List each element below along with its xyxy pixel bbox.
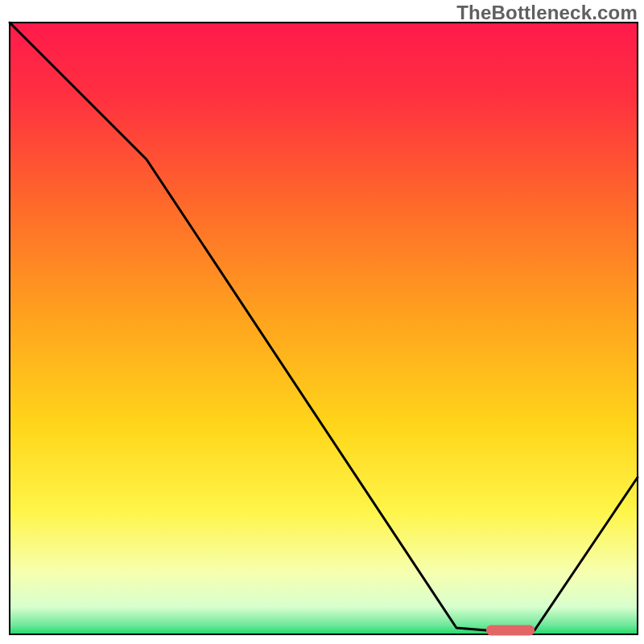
chart-stage: TheBottleneck.com: [0, 0, 644, 644]
sweet-spot-marker: [486, 625, 535, 636]
gradient-background: [10, 23, 638, 634]
bottleneck-chart: [0, 0, 644, 644]
